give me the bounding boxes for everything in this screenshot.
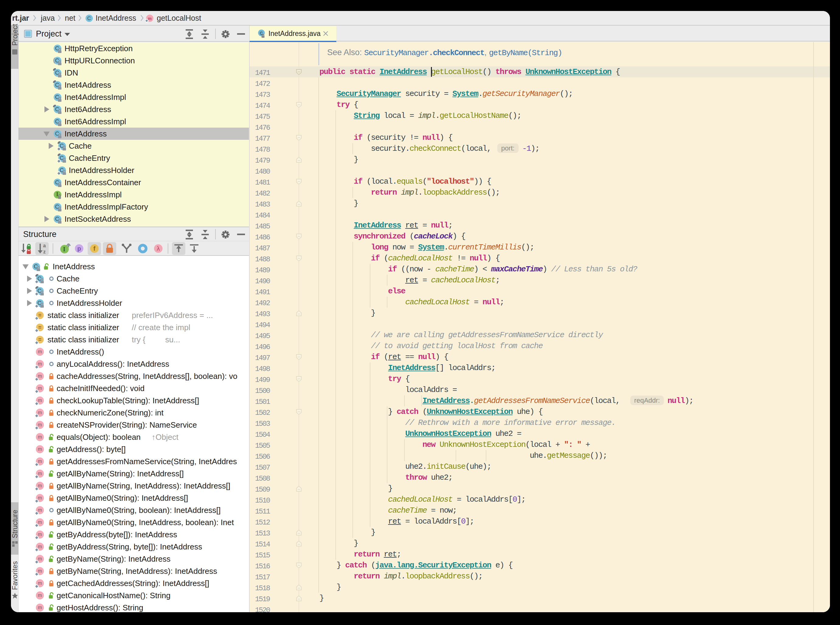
svg-text:m: m <box>38 398 42 403</box>
svg-text:I: I <box>63 246 65 252</box>
svg-text:m: m <box>38 471 42 476</box>
svg-text:z: z <box>43 249 46 254</box>
svg-text:m: m <box>38 373 42 379</box>
svg-text:a: a <box>43 243 46 248</box>
svg-text:m: m <box>38 544 42 549</box>
svg-text:m: m <box>38 385 42 391</box>
svg-text:m: m <box>148 16 152 21</box>
svg-text:m: m <box>38 556 42 561</box>
svg-text:=: = <box>38 337 42 343</box>
svg-text:p: p <box>77 245 81 252</box>
svg-text:m: m <box>38 592 42 598</box>
svg-text:m: m <box>38 349 42 354</box>
svg-text:m: m <box>38 361 42 366</box>
svg-text:m: m <box>38 495 42 501</box>
svg-text:m: m <box>38 434 42 440</box>
svg-text:=: = <box>38 312 42 318</box>
svg-text:m: m <box>38 422 42 428</box>
svg-text:=: = <box>38 324 42 330</box>
svg-text:m: m <box>38 519 42 525</box>
svg-text:m: m <box>38 410 42 415</box>
svg-text:I: I <box>56 191 59 197</box>
svg-text:m: m <box>38 483 42 488</box>
svg-text:m: m <box>38 459 42 464</box>
svg-text:f: f <box>93 245 96 252</box>
svg-text:m: m <box>38 580 42 586</box>
svg-text:m: m <box>38 507 42 513</box>
svg-text:C: C <box>87 16 91 21</box>
svg-text:m: m <box>38 568 42 574</box>
svg-text:m: m <box>38 532 42 537</box>
svg-text:m: m <box>38 446 42 452</box>
svg-text:m: m <box>38 605 42 610</box>
svg-text:λ: λ <box>157 245 160 252</box>
